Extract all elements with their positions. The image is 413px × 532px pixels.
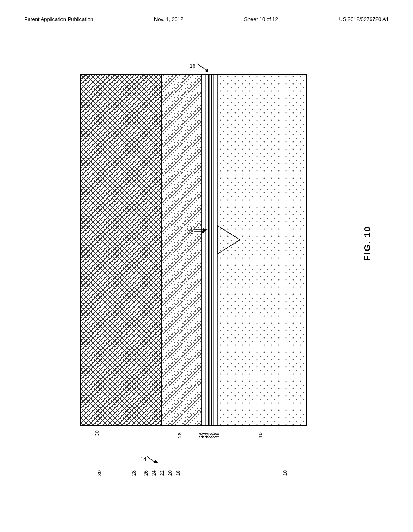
figure-label: FIG. 10: [362, 226, 373, 261]
numeral-12: 12: [188, 229, 193, 235]
label-14: 14: [140, 456, 146, 462]
page: Patent Application Publication Nov. 1, 2…: [0, 0, 413, 532]
section-dots: [218, 75, 306, 425]
label-12-group: 12: [188, 228, 208, 236]
numeral-10: 10: [282, 470, 288, 476]
section-diagonal: [162, 75, 202, 425]
label-16-group: 16: [190, 60, 213, 72]
label-14-group: 14: [140, 454, 159, 464]
protrusion-svg: [215, 75, 218, 425]
label-16: 16: [190, 63, 195, 69]
svg-text:24: 24: [202, 432, 208, 438]
section-24: [205, 75, 209, 425]
svg-text:20: 20: [211, 432, 216, 438]
section-22: [209, 75, 212, 425]
arrow-16-icon: [197, 60, 213, 72]
numeral-30: 30: [97, 470, 102, 476]
header-sheet: Sheet 10 of 12: [244, 16, 278, 22]
header-patent: US 2012/0276720 A1: [339, 16, 389, 22]
numeral-20: 20: [167, 470, 173, 476]
section-thin-left: [202, 75, 205, 425]
svg-text:28: 28: [177, 432, 183, 438]
numeral-18: 18: [175, 470, 181, 476]
svg-text:30: 30: [94, 430, 100, 436]
arrow-14-icon: [147, 454, 159, 464]
numeral-24: 24: [151, 470, 157, 476]
header-publication-label: Patent Application Publication: [24, 16, 93, 22]
header: Patent Application Publication Nov. 1, 2…: [24, 16, 389, 22]
arrow-12-icon: [194, 228, 208, 236]
svg-text:26: 26: [198, 432, 204, 438]
svg-text:22: 22: [206, 432, 212, 438]
numeral-22: 22: [159, 470, 165, 476]
section-18: [215, 75, 218, 425]
main-diagram: [81, 75, 307, 425]
section-crosshatch: [81, 75, 162, 425]
numeral-28: 28: [131, 470, 137, 476]
section-20: [212, 75, 215, 425]
svg-text:18: 18: [215, 432, 220, 438]
header-date: Nov. 1, 2012: [154, 16, 184, 22]
svg-text:10: 10: [258, 432, 263, 438]
svg-marker-5: [202, 230, 205, 233]
numeral-26: 26: [143, 470, 149, 476]
